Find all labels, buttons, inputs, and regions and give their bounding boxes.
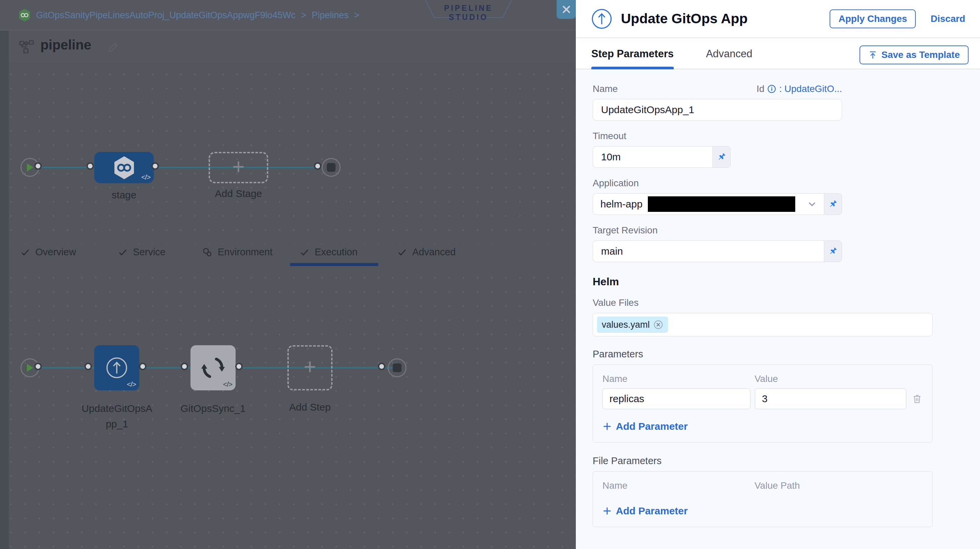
- step-parameters-form: Name Id : UpdateGitO... Timeout: [576, 70, 980, 549]
- gitops-project-icon: [19, 8, 30, 22]
- breadcrumb-pipelines[interactable]: Pipelines: [312, 10, 348, 21]
- add-parameter-button[interactable]: Add Parameter: [602, 421, 923, 432]
- target-revision-input[interactable]: [593, 241, 824, 262]
- screen: GitOpsSanityPipeLinesAutoProj_UpdateGitO…: [0, 0, 980, 549]
- add-stage-label: Add Stage: [208, 186, 268, 201]
- pipeline-graph-icon: [19, 40, 35, 54]
- connector-dot: [139, 363, 146, 370]
- play-icon: [26, 364, 33, 372]
- stop-icon: [327, 163, 336, 172]
- target-revision-label: Target Revision: [593, 225, 980, 236]
- parameter-name-input[interactable]: [602, 388, 751, 409]
- application-select[interactable]: helm-app: [593, 193, 824, 215]
- target-revision-pin-button[interactable]: [824, 241, 842, 262]
- connector-dot: [34, 363, 42, 370]
- pipeline-end-node: [322, 158, 340, 177]
- tab-label: Advanced: [412, 247, 456, 258]
- add-parameter-label: Add Parameter: [616, 421, 687, 432]
- environment-icon: [202, 247, 213, 258]
- save-as-template-label: Save as Template: [881, 49, 960, 60]
- arrow-up-circle-icon: [106, 357, 128, 379]
- code-icon: </>: [127, 380, 136, 388]
- value-file-chip-label: values.yaml: [602, 320, 650, 330]
- add-stage-button[interactable]: +: [208, 152, 268, 183]
- connector-dot: [34, 162, 42, 170]
- delete-parameter-button[interactable]: [912, 393, 923, 404]
- breadcrumb-separator: >: [301, 10, 306, 21]
- panel-header: Update GitOps App Apply Changes Discard: [576, 0, 980, 38]
- save-as-template-button[interactable]: Save as Template: [859, 45, 969, 64]
- column-header-value: Value: [754, 373, 778, 384]
- name-id-row: Name Id : UpdateGitO...: [593, 83, 842, 94]
- close-panel-button[interactable]: [557, 0, 576, 19]
- stage-connector-line: [40, 167, 322, 168]
- tab-execution[interactable]: Execution: [299, 247, 357, 258]
- panel-tabbar: Step Parameters Advanced Save as Templat…: [576, 39, 980, 69]
- name-input[interactable]: [593, 99, 842, 121]
- tab-overview[interactable]: Overview: [20, 247, 76, 258]
- timeout-pin-button[interactable]: [713, 146, 730, 168]
- tab-label: Service: [133, 247, 165, 258]
- application-control: helm-app: [593, 193, 842, 215]
- active-tab-underline: [591, 67, 674, 69]
- play-icon: [26, 163, 33, 172]
- info-icon[interactable]: [767, 85, 776, 93]
- step-config-panel: Update GitOps App Apply Changes Discard …: [576, 0, 980, 549]
- tab-service[interactable]: Service: [118, 247, 165, 258]
- pin-icon: [828, 247, 838, 256]
- tab-label: Execution: [315, 247, 357, 258]
- studio-badge-label: PIPELINE STUDIO: [425, 4, 512, 22]
- gitops-sync-step-node[interactable]: </>: [191, 345, 235, 390]
- breadcrumb[interactable]: GitOpsSanityPipeLinesAutoProj_UpdateGitO…: [19, 0, 360, 30]
- gitops-stage-icon: [113, 156, 135, 180]
- trash-icon: [912, 393, 923, 404]
- stage-node[interactable]: </>: [94, 152, 154, 183]
- parameters-label: Parameters: [593, 349, 980, 360]
- remove-chip-icon[interactable]: [653, 320, 663, 330]
- file-parameters-card: Name Value Path Add Parameter: [593, 471, 932, 527]
- timeout-input[interactable]: [593, 146, 713, 168]
- parameter-row: [602, 388, 923, 409]
- id-label: Id: [757, 83, 764, 94]
- file-parameters-table-headers: Name Value Path: [602, 480, 923, 491]
- connector-dot: [84, 363, 92, 370]
- check-icon: [299, 247, 310, 257]
- connector-dot: [151, 162, 159, 170]
- check-icon: [397, 247, 407, 257]
- code-icon: </>: [142, 173, 150, 181]
- update-gitops-app-icon: [591, 8, 612, 29]
- timeout-control: [593, 146, 730, 168]
- column-header-name: Name: [602, 480, 754, 491]
- pipeline-title-row: pipeline VISUAL YAML: [0, 31, 576, 63]
- stage-detail-tabs: Overview Service Environment Execution A…: [0, 244, 576, 266]
- apply-changes-button[interactable]: Apply Changes: [830, 10, 916, 28]
- add-file-parameter-button[interactable]: Add Parameter: [602, 505, 923, 517]
- pin-icon: [828, 199, 838, 209]
- application-pin-button[interactable]: [824, 193, 842, 215]
- top-nav: GitOpsSanityPipeLinesAutoProj_UpdateGitO…: [0, 0, 576, 30]
- add-step-button[interactable]: +: [287, 345, 332, 390]
- execution-canvas: </> </> +: [0, 266, 576, 549]
- tab-advanced[interactable]: Advanced: [706, 48, 752, 60]
- discard-button[interactable]: Discard: [931, 13, 965, 24]
- breadcrumb-project[interactable]: GitOpsSanityPipeLinesAutoProj_UpdateGitO…: [36, 10, 296, 21]
- parameter-value-input[interactable]: [755, 388, 906, 409]
- update-gitops-app-step-node[interactable]: </>: [94, 345, 139, 390]
- tab-advanced[interactable]: Advanced: [397, 247, 456, 258]
- id-value[interactable]: : UpdateGitO...: [779, 83, 842, 94]
- redacted-value: [648, 196, 795, 212]
- connector-dot: [378, 363, 385, 370]
- tab-environment[interactable]: Environment: [202, 247, 273, 258]
- tab-step-parameters[interactable]: Step Parameters: [591, 48, 674, 60]
- upload-icon: [868, 51, 877, 60]
- value-file-chip: values.yaml: [597, 317, 668, 333]
- connector-dot: [86, 162, 94, 170]
- helm-heading: Helm: [593, 276, 980, 288]
- parameters-card: Name Value: [593, 364, 932, 442]
- plus-icon: +: [304, 356, 316, 378]
- name-label: Name: [593, 83, 618, 94]
- gitops-sync-step-label: GitOpsSync_1: [168, 401, 258, 416]
- panel-title: Update GitOps App: [621, 11, 748, 27]
- edit-pencil-icon[interactable]: [107, 41, 120, 54]
- value-files-input[interactable]: values.yaml: [593, 313, 932, 337]
